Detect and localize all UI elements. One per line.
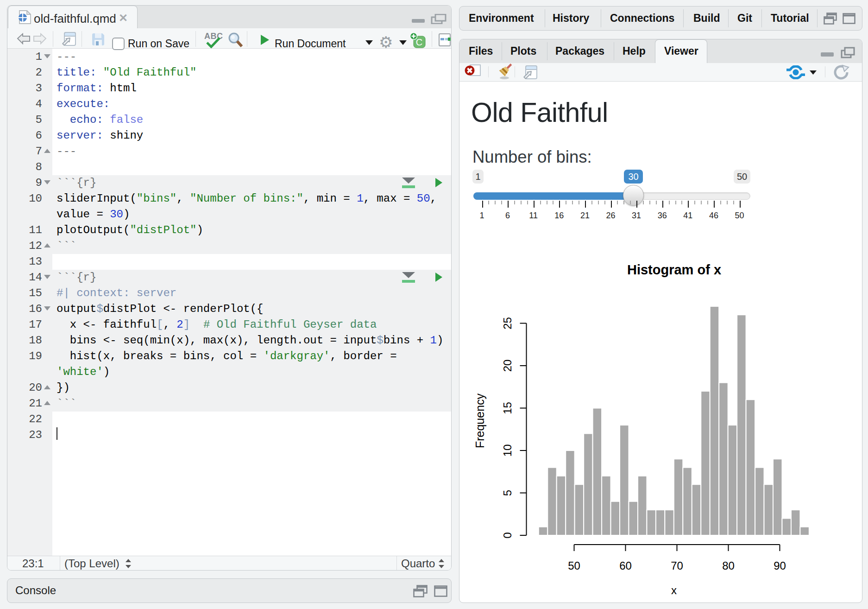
svg-text:70: 70 <box>671 559 683 572</box>
svg-text:60: 60 <box>619 559 632 572</box>
svg-text:x: x <box>671 584 677 596</box>
svg-text:Histogram of x: Histogram of x <box>627 262 721 277</box>
svg-text:90: 90 <box>774 559 786 572</box>
svg-text:25: 25 <box>501 317 514 330</box>
svg-text:Frequency: Frequency <box>473 393 486 448</box>
svg-text:80: 80 <box>722 559 735 572</box>
svg-text:50: 50 <box>568 559 580 572</box>
svg-text:20: 20 <box>501 360 514 372</box>
svg-text:C: C <box>416 37 422 47</box>
svg-text:5: 5 <box>501 490 514 496</box>
svg-text:10: 10 <box>501 444 514 457</box>
svg-text:15: 15 <box>501 402 514 414</box>
svg-text:0: 0 <box>501 532 514 538</box>
